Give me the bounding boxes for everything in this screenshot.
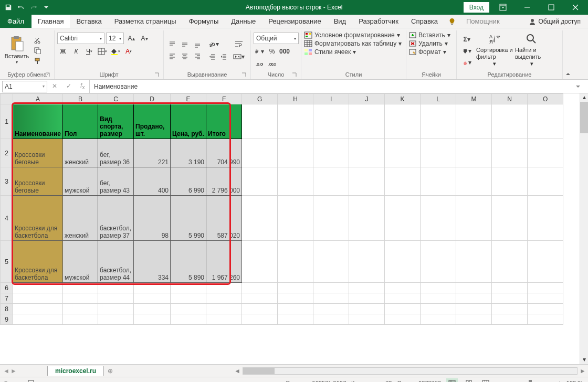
align-right-icon[interactable] <box>192 51 203 61</box>
sheet-prev-icon[interactable]: ◄ <box>3 367 9 375</box>
col-header[interactable]: B <box>63 94 98 104</box>
cell[interactable]: Пол <box>63 104 98 139</box>
orientation-icon[interactable]: ab▾ <box>206 39 221 49</box>
col-header[interactable]: I <box>313 94 349 104</box>
tab-formulas[interactable]: Формулы <box>183 15 225 28</box>
row-header[interactable]: 2 <box>1 139 13 167</box>
fx-icon[interactable]: fx <box>80 82 85 90</box>
align-bottom-icon[interactable] <box>192 39 203 50</box>
cell[interactable]: баскетбол, размер 44 <box>98 241 134 283</box>
copy-icon[interactable] <box>32 46 43 55</box>
col-header[interactable]: E <box>171 94 206 104</box>
cell[interactable]: Цена, руб. <box>171 104 206 139</box>
col-header[interactable]: O <box>528 94 563 104</box>
fill-color-icon[interactable]: ▾ <box>110 46 121 57</box>
cell[interactable]: 2 796 000 <box>206 167 242 196</box>
cell[interactable]: мужской <box>63 167 98 196</box>
cell[interactable]: Наименование <box>13 104 63 139</box>
collapse-ribbon-icon[interactable] <box>563 30 573 79</box>
launcher-icon[interactable] <box>292 72 297 78</box>
vertical-scrollbar[interactable]: ▴ ▾ <box>580 93 588 364</box>
tab-file[interactable]: Файл <box>0 15 32 28</box>
signin-button[interactable]: Вход <box>464 2 489 13</box>
bold-button[interactable]: Ж <box>57 46 69 57</box>
font-color-icon[interactable]: А▾ <box>123 46 134 57</box>
col-header[interactable]: C <box>98 94 134 104</box>
sheet-tab[interactable]: microexcel.ru <box>47 366 104 376</box>
wrap-text-icon[interactable] <box>233 39 245 49</box>
enter-icon[interactable]: ✓ <box>66 82 71 90</box>
cut-icon[interactable] <box>32 35 43 45</box>
name-box[interactable]: A1▾ <box>2 81 47 92</box>
cell[interactable]: 334 <box>134 241 171 283</box>
col-header[interactable]: K <box>385 94 421 104</box>
cell[interactable]: женский <box>63 139 98 167</box>
row-header[interactable]: 5 <box>1 241 13 283</box>
cell[interactable]: 1 967 260 <box>206 241 242 283</box>
cell[interactable]: 98 <box>134 196 171 241</box>
col-header[interactable]: D <box>134 94 171 104</box>
tab-help[interactable]: Справка <box>405 15 444 28</box>
zoom-level[interactable]: 100 % <box>566 380 583 383</box>
autosum-icon[interactable]: Σ ▾ <box>459 34 474 45</box>
select-all-corner[interactable] <box>1 94 13 104</box>
cell[interactable]: 704 990 <box>206 139 242 167</box>
col-header[interactable]: A <box>13 94 63 104</box>
expand-formula-icon[interactable] <box>575 84 588 89</box>
delete-cells-button[interactable]: Удалить ▾ <box>409 40 448 47</box>
new-sheet-icon[interactable]: ⊕ <box>104 367 117 375</box>
worksheet-grid[interactable]: A B C D E F G H I J K L M N O 1 Наименов… <box>0 93 588 364</box>
cell-styles-button[interactable]: Стили ячеек ▾ <box>304 48 356 56</box>
col-header[interactable]: M <box>456 94 492 104</box>
cell[interactable]: бег, размер 43 <box>98 167 134 196</box>
tab-insert[interactable]: Вставка <box>70 15 108 28</box>
cell[interactable]: Кроссовки беговые <box>13 167 63 196</box>
cell[interactable]: 3 190 <box>171 139 206 167</box>
normal-view-icon[interactable] <box>446 378 458 383</box>
undo-icon[interactable] <box>15 2 27 13</box>
paste-button[interactable]: Вставить▾ <box>3 33 31 68</box>
close-icon[interactable] <box>565 0 586 15</box>
tab-layout[interactable]: Разметка страницы <box>108 15 183 28</box>
cancel-icon[interactable]: ✕ <box>52 82 57 90</box>
grow-font-icon[interactable]: A▴ <box>125 33 137 44</box>
row-header[interactable]: 7 <box>1 293 13 304</box>
col-header[interactable]: L <box>421 94 456 104</box>
increase-decimal-icon[interactable]: ,0,00 <box>254 59 265 69</box>
launcher-icon[interactable] <box>154 72 160 78</box>
zoom-in-icon[interactable]: + <box>558 380 561 383</box>
currency-icon[interactable]: ₽▾ <box>254 46 265 57</box>
page-break-icon[interactable] <box>480 378 491 383</box>
cell[interactable]: женский <box>63 196 98 241</box>
tab-developer[interactable]: Разработчик <box>352 15 405 28</box>
cell[interactable]: 6 990 <box>171 167 206 196</box>
tell-me[interactable]: Помощник <box>460 15 506 28</box>
save-icon[interactable] <box>3 2 14 13</box>
merge-icon[interactable]: ▾ <box>233 51 245 62</box>
format-painter-icon[interactable] <box>32 56 43 66</box>
clear-icon[interactable]: ▾ <box>459 57 474 68</box>
tab-review[interactable]: Рецензирование <box>262 15 327 28</box>
row-header[interactable]: 3 <box>1 167 13 196</box>
decrease-decimal-icon[interactable]: ,00,0 <box>266 59 278 69</box>
horizontal-scrollbar[interactable]: ◄ ► <box>127 367 588 375</box>
tab-view[interactable]: Вид <box>328 15 353 28</box>
lightbulb-icon[interactable] <box>444 15 460 28</box>
cell[interactable]: 400 <box>134 167 171 196</box>
cell[interactable]: Продано, шт. <box>134 104 171 139</box>
italic-button[interactable]: К <box>70 46 82 57</box>
col-header[interactable]: J <box>349 94 385 104</box>
shrink-font-icon[interactable]: A▾ <box>139 33 150 44</box>
percent-icon[interactable]: % <box>266 46 278 57</box>
align-top-icon[interactable] <box>166 39 178 50</box>
maximize-icon[interactable] <box>541 0 562 15</box>
col-header[interactable]: G <box>242 94 278 104</box>
row-header[interactable]: 6 <box>1 283 13 293</box>
format-table-button[interactable]: Форматировать как таблицу ▾ <box>304 40 402 47</box>
cell[interactable]: Итого <box>206 104 242 139</box>
tab-data[interactable]: Данные <box>225 15 262 28</box>
cell[interactable]: бег, размер 36 <box>98 139 134 167</box>
conditional-format-button[interactable]: Условное форматирование ▾ <box>304 31 400 39</box>
ribbon-options-icon[interactable] <box>492 0 513 15</box>
font-name-combo[interactable]: Calibri▾ <box>57 33 104 44</box>
